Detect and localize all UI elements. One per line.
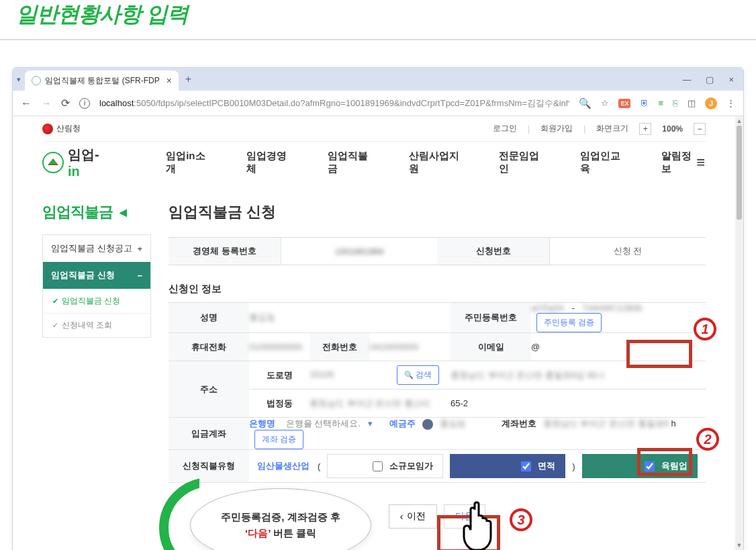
zoom-value: 100% (662, 124, 683, 134)
site-info-icon[interactable]: i (79, 98, 90, 109)
nav-item-education[interactable]: 임업인교육 (580, 150, 624, 175)
road-label: 도로명 (249, 361, 310, 389)
reg-no-value: 1001891969 (281, 238, 437, 265)
url-path: :5050/fdps/ip/selectIPCB0010M03Detail.do… (134, 98, 569, 108)
signup-link[interactable]: 회원가입 (540, 123, 573, 134)
name-label: 성명 (169, 303, 249, 333)
road-detail-value: 충청남도 부여군 온산면 홍칠로8길 90-1 (451, 369, 605, 381)
site-logo-icon (42, 152, 64, 173)
sidebar-item-notice[interactable]: 임업직불금 신청공고+ (43, 235, 150, 262)
zoom-in-button[interactable]: + (639, 123, 651, 135)
minus-icon: − (137, 271, 142, 281)
paren: ) (572, 461, 575, 471)
legal-dong-label: 법정동 (249, 389, 310, 418)
rrn-value: aCDqSh (531, 303, 564, 313)
speech-bubble: 주민등록검증, 계좌검증 후 ‘다음’ 버튼 클릭 (190, 488, 371, 550)
star-icon[interactable]: ☆ (601, 98, 609, 108)
chevron-left-icon: ‹ (400, 511, 404, 522)
shield-icon[interactable]: ⛨ (640, 98, 649, 108)
account-verify-button[interactable]: 계좌 검증 (254, 430, 303, 449)
bank-select[interactable]: 은행을 선택하세요. ▾ (282, 416, 377, 431)
holder-value: 홍길동 (440, 418, 466, 430)
url-host: localhost (99, 98, 134, 108)
type-area-checkbox[interactable]: 면적 (450, 454, 565, 478)
scrollbar[interactable]: ▲ ▼ (735, 116, 743, 550)
prev-button[interactable]: ‹이전 (389, 504, 438, 529)
tab-title: 임업직불제 통합포털 (SFR-FDP (45, 75, 160, 87)
acct-no-label: 계좌번호 (502, 418, 536, 430)
extension-green-icon[interactable]: ≡ (658, 98, 663, 108)
search-icon[interactable]: 🔍 (579, 97, 592, 109)
reload-icon[interactable]: ⟳ (61, 97, 70, 109)
mobile-label: 휴대전화 (169, 333, 249, 361)
login-link[interactable]: 로그인 (493, 123, 517, 134)
close-icon[interactable]: × (167, 75, 172, 86)
apply-type-label: 신청직불유형 (169, 450, 249, 483)
nav-item-professional[interactable]: 전문임업인 (499, 150, 542, 175)
main-title: 임업직불금 신청 (169, 202, 706, 222)
sidebar-sub-history[interactable]: ✓ 신청내역 조회 (43, 313, 150, 337)
sidebar-item-apply[interactable]: 임업직불금 신청− (43, 262, 150, 289)
zoom-out-button[interactable]: − (694, 123, 706, 135)
kebab-menu-icon[interactable]: ⋮ (726, 98, 735, 108)
rrn-label: 주민등록번호 (451, 303, 531, 333)
bracket-icon[interactable]: ⎘ (673, 98, 678, 108)
rrn-verify-button[interactable]: 주민등록 검증 (536, 313, 602, 332)
next-button[interactable]: 다음 (444, 504, 485, 529)
phone-label: 전화번호 (310, 333, 370, 361)
type-small-checkbox[interactable]: 소규모임가 (327, 454, 442, 478)
window-close-icon[interactable]: × (728, 75, 734, 85)
chevron-down-icon: ▾ (368, 418, 373, 428)
page-heading: 일반현황사항 입력 (0, 0, 756, 40)
site-navbar: 임업-in 임업in소개 임업경영체 임업직불금 산림사업지원 전문임업인 임업… (42, 142, 706, 183)
nav-item-payment[interactable]: 임업직불금 (328, 150, 371, 175)
bank-label: 은행명 (249, 418, 275, 430)
nav-item-support[interactable]: 산림사업지원 (409, 150, 461, 175)
extension-badge-icon[interactable]: EX (618, 99, 630, 108)
site-logo[interactable]: 임업-in (42, 146, 105, 179)
nav-item-notice[interactable]: 알림정보 (661, 150, 696, 175)
acct-no-value: 충청남도 부여군 온산면 홍칠로8 (543, 418, 669, 430)
address-label: 주소 (169, 361, 249, 418)
gov-logo[interactable]: 산림청 (42, 123, 81, 134)
hamburger-menu-icon[interactable]: ≡ (696, 154, 706, 171)
profile-avatar[interactable]: J (705, 97, 717, 109)
legal-dong-value: 충청남도 부여군 온산면 홍산리 (310, 398, 430, 410)
applicant-section-title: 신청인 정보 (169, 283, 222, 295)
divider: | (583, 124, 585, 134)
address-bar: ← → ⟳ i localhost:5050/fdps/ip/selectIPC… (13, 91, 743, 116)
coin-icon (422, 419, 433, 430)
callout-number-3: 3 (510, 508, 532, 531)
tab-list-caret-icon[interactable]: ▾ (17, 75, 21, 84)
panel-icon[interactable]: ◫ (688, 98, 696, 108)
url-field[interactable]: localhost:5050/fdps/ip/selectIPCB0010M03… (99, 97, 569, 109)
nav-item-business[interactable]: 임업경영체 (246, 150, 290, 175)
new-tab-button[interactable]: + (185, 73, 191, 85)
paren: ( (318, 461, 320, 471)
back-icon[interactable]: ← (21, 97, 32, 109)
plus-icon: + (137, 244, 142, 254)
scroll-thumb[interactable] (737, 126, 742, 220)
email-at: @ (531, 342, 540, 352)
speech-callout: 주민등록검증, 계좌검증 후 ‘다음’ 버튼 클릭 (177, 484, 378, 550)
road-value: 33109 (310, 369, 334, 379)
address-search-button[interactable]: 검색 (397, 365, 439, 385)
site-logo-text: 임업-in (68, 146, 105, 179)
sidebar-title: 임업직불금 ◀ (42, 202, 151, 222)
type-forest-checkbox[interactable]: 육림업 (582, 454, 698, 478)
rrn-value-2: Td4AMC12B0b (583, 303, 643, 313)
scroll-up-icon[interactable]: ▲ (735, 116, 743, 126)
browser-tab[interactable]: 임업직불제 통합포털 (SFR-FDP × (25, 71, 179, 91)
scroll-down-icon[interactable]: ▼ (735, 541, 743, 550)
sidebar: 임업직불금 ◀ 임업직불금 신청공고+ 임업직불금 신청− 임업직불금 신청 (42, 202, 151, 550)
nav-item-intro[interactable]: 임업in소개 (166, 150, 209, 175)
mobile-value: 01000000000 (249, 342, 303, 352)
info-strip: 경영체 등록번호 1001891969 신청번호 신청 전 (169, 237, 706, 265)
callout-number-1: 1 (694, 318, 716, 340)
sidebar-sub-apply[interactable]: 임업직불금 신청 (43, 289, 150, 313)
app-no-value: 신청 전 (550, 238, 706, 265)
phone-value: 0410000000 (370, 342, 418, 352)
minimize-icon[interactable]: — (682, 75, 691, 85)
forward-icon[interactable]: → (41, 97, 52, 109)
maximize-icon[interactable]: ▢ (706, 75, 714, 85)
